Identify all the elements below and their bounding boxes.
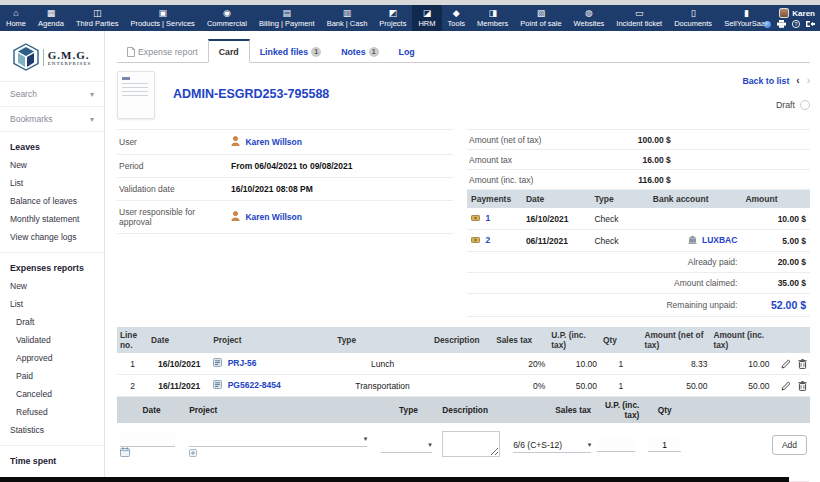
sidebar-item-expenses-canceled[interactable]: Canceled <box>0 385 104 403</box>
sidebar-item-leaves-list[interactable]: List <box>0 174 104 192</box>
documents-icon: ▯ <box>691 9 696 18</box>
chevron-down-icon: ▾ <box>90 90 94 99</box>
new-line-sales-tax-select[interactable]: 6/6 (C+S-12)▾ <box>513 438 591 453</box>
menu-home[interactable]: ⌂Home <box>0 5 32 31</box>
table-row: Amount tax16.00 $ <box>467 150 810 170</box>
menu-websites[interactable]: ◍Websites <box>568 5 611 31</box>
add-line-button[interactable]: Add <box>772 435 807 455</box>
sidebar-section-expenses-reports: Expenses reports <box>0 253 104 277</box>
bank-icon: ▥ <box>343 9 352 18</box>
company-name: G.M.G. <box>48 49 92 61</box>
delete-line-icon[interactable] <box>798 359 807 369</box>
project-link[interactable]: PG5622-8454 <box>228 380 281 390</box>
sidebar-item-expenses-list[interactable]: List <box>0 295 104 313</box>
edit-line-icon[interactable] <box>781 381 791 391</box>
new-line-type-select[interactable]: ▾ <box>381 438 432 453</box>
tab-notes[interactable]: Notes 1 <box>331 41 388 62</box>
sidebar-item-monthly-statement[interactable]: Monthly statement <box>0 210 104 228</box>
tab-linked-files[interactable]: Linked files 1 <box>250 41 331 62</box>
menu-billing-payment[interactable]: ▤Billing | Payment <box>253 5 321 31</box>
help-icon[interactable]: ? <box>792 20 800 28</box>
sidebar-item-expenses-validated[interactable]: Validated <box>0 331 104 349</box>
third-parties-icon: ◫ <box>93 9 102 18</box>
new-line-date-input[interactable] <box>120 433 175 447</box>
calendar-icon[interactable] <box>120 447 130 457</box>
sidebar-item-expenses-statistics[interactable]: Statistics <box>0 421 104 439</box>
chevron-down-icon: ▾ <box>90 115 94 124</box>
menu-point-of-sale[interactable]: ▧Point of sale <box>514 5 567 31</box>
menu-products-services[interactable]: ▣Products | Services <box>124 5 200 31</box>
next-record-icon[interactable]: › <box>807 75 810 86</box>
user-menu[interactable]: Karen <box>779 8 815 18</box>
sidebar-item-expenses-approved[interactable]: Approved <box>0 349 104 367</box>
sidebar-item-balance-of-leaves[interactable]: Balance of leaves <box>0 192 104 210</box>
delete-line-icon[interactable] <box>798 381 807 391</box>
bank-account-link[interactable]: LUXBAC <box>702 235 737 245</box>
menu-bank-cash[interactable]: ▥Bank | Cash <box>321 5 374 31</box>
sidebar-item-expenses-draft[interactable]: Draft <box>0 313 104 331</box>
linked-files-count-badge: 1 <box>311 47 321 57</box>
tools-icon: ◆ <box>453 9 460 18</box>
menu-hrm[interactable]: ◪HRM <box>412 5 441 31</box>
logout-icon[interactable] <box>806 20 815 28</box>
sidebar-section-time-spent: Time spent <box>0 446 104 470</box>
project-link[interactable]: PRJ-56 <box>228 358 257 368</box>
virtual-card-icon[interactable] <box>764 21 771 28</box>
user-icon <box>231 211 240 223</box>
user-icon <box>231 136 240 148</box>
projects-icon: ◩ <box>389 9 398 18</box>
document-preview-thumbnail[interactable] <box>117 71 155 119</box>
tab-card[interactable]: Card <box>208 39 250 63</box>
new-line-project-select[interactable]: ▾ <box>189 432 367 447</box>
menu-members[interactable]: ◨Members <box>471 5 514 31</box>
payment-ref-link[interactable]: 1 <box>485 213 490 223</box>
print-icon[interactable] <box>777 20 786 28</box>
already-paid-value: 20.00 $ <box>741 252 810 273</box>
payment-ref-link[interactable]: 2 <box>485 235 490 245</box>
back-to-list-link[interactable]: Back to list <box>742 76 789 86</box>
status-label: Draft <box>776 100 795 110</box>
user-box: Karen ? <box>764 5 815 31</box>
sidebar-bookmarks-toggle[interactable]: Bookmarks ▾ <box>0 107 104 132</box>
bank-account-icon <box>688 235 697 246</box>
sidebar-item-expenses-refused[interactable]: Refused <box>0 403 104 421</box>
sidebar-search-toggle[interactable]: Search ▾ <box>0 81 104 107</box>
new-line-unit-price-input[interactable] <box>597 438 635 452</box>
table-row: Amount (net of tax)100.00 $ <box>467 130 810 150</box>
menu-incident-ticket[interactable]: ▭Incident ticket <box>610 5 668 31</box>
menu-documents[interactable]: ▯Documents <box>668 5 718 31</box>
remaining-unpaid-value: 52.00 $ <box>741 294 810 317</box>
menu-third-parties[interactable]: ◫Third Parties <box>70 5 125 31</box>
sidebar-section-leaves: Leaves <box>0 132 104 156</box>
new-line-form: Date Project Type Description Sales tax … <box>117 397 810 465</box>
tab-log[interactable]: Log <box>389 41 425 62</box>
edit-line-icon[interactable] <box>781 359 791 369</box>
hrm-icon: ◪ <box>423 9 432 18</box>
new-line-description-textarea[interactable] <box>442 431 500 457</box>
new-line-qty-input[interactable] <box>648 438 681 452</box>
menu-commercial[interactable]: ◉Commercial <box>201 5 253 31</box>
previous-record-icon[interactable]: ‹ <box>796 75 799 86</box>
sidebar-item-leaves-new[interactable]: New <box>0 156 104 174</box>
sidebar-item-view-change-logs[interactable]: View change logs <box>0 228 104 246</box>
menu-agenda[interactable]: ▦Agenda <box>32 5 70 31</box>
sidebar-item-expenses-new[interactable]: New <box>0 277 104 295</box>
amount-claimed-value: 35.00 $ <box>741 273 810 294</box>
project-icon <box>213 380 222 391</box>
main-content: Expense report Card Linked files 1 Notes… <box>105 31 820 482</box>
quick-icons: ? <box>764 20 815 28</box>
sidebar-item-expenses-paid[interactable]: Paid <box>0 367 104 385</box>
payment-row: 2 06/11/2021 Check LUXBAC 5.00 $ <box>467 230 810 252</box>
user-link[interactable]: Karen Willson <box>245 137 302 147</box>
menu-tools[interactable]: ◆Tools <box>442 5 472 31</box>
products-icon: ▣ <box>158 9 167 18</box>
new-line-inputs: ▾ ▾ 6/6 (C+S-12)▾ Add <box>117 423 810 465</box>
left-sidebar: G.M.G. ENTERPRISES Search ▾ Bookmarks ▾ … <box>0 31 105 482</box>
user-name: Karen <box>792 9 815 18</box>
billing-icon: ▤ <box>283 9 292 18</box>
header-banner: ADMIN-ESGRD253-795588 Back to list ‹ › D… <box>117 71 810 119</box>
approver-link[interactable]: Karen Willson <box>245 212 302 222</box>
agenda-icon: ▦ <box>47 9 56 18</box>
add-project-icon[interactable] <box>189 449 197 457</box>
menu-projects[interactable]: ◩Projects <box>373 5 412 31</box>
